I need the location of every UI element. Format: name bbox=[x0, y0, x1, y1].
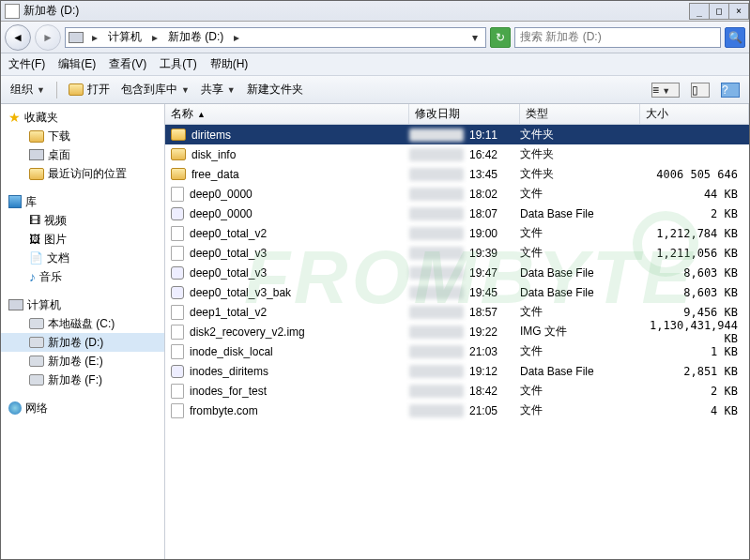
forward-button[interactable]: ► bbox=[35, 24, 61, 51]
database-icon bbox=[171, 365, 184, 378]
folder-icon bbox=[171, 129, 186, 141]
close-button[interactable]: × bbox=[728, 3, 749, 20]
file-name: disk_info bbox=[191, 148, 236, 161]
col-name[interactable]: 名称▲ bbox=[165, 104, 409, 124]
file-type: Data Base File bbox=[520, 266, 640, 280]
folder-icon bbox=[171, 168, 186, 180]
preview-pane-button[interactable]: ▯ bbox=[691, 83, 710, 98]
file-icon bbox=[171, 344, 184, 359]
maximize-button[interactable]: □ bbox=[709, 3, 729, 20]
menu-help[interactable]: 帮助(H) bbox=[210, 56, 249, 72]
col-date[interactable]: 修改日期 bbox=[409, 104, 520, 124]
file-size: 8,603 KB bbox=[640, 266, 749, 280]
tree-computer[interactable]: 计算机 bbox=[1, 295, 164, 314]
folder-icon bbox=[29, 168, 44, 180]
menu-file[interactable]: 文件(F) bbox=[8, 56, 45, 72]
date-blurred bbox=[409, 168, 464, 181]
tree-music[interactable]: ♪音乐 bbox=[1, 267, 164, 286]
file-row[interactable]: free_data13:45文件夹4006 505 646 bbox=[165, 164, 749, 184]
file-icon bbox=[171, 226, 184, 241]
file-name: inodes_for_test bbox=[190, 385, 267, 398]
tree-favorites[interactable]: ★收藏夹 bbox=[1, 108, 164, 127]
file-type: 文件 bbox=[520, 245, 640, 261]
file-size: 4 KB bbox=[640, 404, 749, 417]
tree-recent[interactable]: 最近访问的位置 bbox=[1, 164, 164, 183]
nav-tree[interactable]: ★收藏夹 下载 桌面 最近访问的位置 库 🎞视频 🖼图片 📄文档 ♪音乐 计算机… bbox=[1, 104, 165, 559]
tree-vol-d[interactable]: 新加卷 (D:) bbox=[1, 333, 164, 352]
file-size: 8,603 KB bbox=[640, 286, 749, 299]
titlebar: 新加卷 (D:) _ □ × bbox=[1, 1, 749, 22]
menu-view[interactable]: 查看(V) bbox=[109, 56, 146, 72]
tree-documents[interactable]: 📄文档 bbox=[1, 249, 164, 267]
open-button[interactable]: 打开 bbox=[69, 82, 110, 98]
organize-button[interactable]: 组织▼ bbox=[10, 82, 45, 98]
drive-icon bbox=[29, 374, 44, 386]
file-size: 1,130,431,944 KB bbox=[640, 319, 749, 345]
help-button[interactable]: ? bbox=[721, 83, 740, 98]
addr-segment[interactable]: 新加卷 (D:) bbox=[166, 29, 225, 45]
tree-libraries[interactable]: 库 bbox=[1, 192, 164, 211]
tree-downloads[interactable]: 下载 bbox=[1, 127, 164, 145]
share-button[interactable]: 共享▼ bbox=[201, 82, 236, 98]
music-icon: ♪ bbox=[29, 269, 36, 284]
minimize-button[interactable]: _ bbox=[689, 3, 710, 20]
col-type[interactable]: 类型 bbox=[520, 104, 640, 124]
file-type: 文件 bbox=[520, 402, 640, 418]
file-row[interactable]: disk_info16:42文件夹 bbox=[165, 144, 749, 164]
file-icon bbox=[171, 246, 184, 261]
newfolder-button[interactable]: 新建文件夹 bbox=[247, 82, 303, 98]
library-icon bbox=[8, 195, 22, 208]
tree-pictures[interactable]: 🖼图片 bbox=[1, 230, 164, 249]
search-button[interactable]: 🔍 bbox=[725, 27, 745, 48]
tree-local-c[interactable]: 本地磁盘 (C:) bbox=[1, 314, 164, 333]
folder-icon bbox=[171, 148, 186, 160]
tree-videos[interactable]: 🎞视频 bbox=[1, 211, 164, 230]
addr-root[interactable]: 计算机 bbox=[106, 29, 144, 45]
date-blurred bbox=[409, 385, 464, 398]
addr-sep1[interactable]: ▸ bbox=[147, 28, 162, 47]
file-row[interactable]: inodes_diritems19:12Data Base File2,851 … bbox=[165, 361, 749, 381]
addr-sep2[interactable]: ▸ bbox=[229, 28, 244, 47]
file-size: 1,212,784 KB bbox=[640, 227, 749, 240]
file-row[interactable]: frombyte.com21:05文件4 KB bbox=[165, 401, 749, 420]
back-button[interactable]: ◄ bbox=[5, 24, 31, 51]
file-row[interactable]: disk2_recovery_v2.img19:22IMG 文件1,130,43… bbox=[165, 322, 749, 341]
file-size: 4006 505 646 bbox=[640, 168, 749, 181]
file-type: 文件 bbox=[520, 343, 640, 359]
file-type: IMG 文件 bbox=[520, 324, 640, 340]
file-icon bbox=[171, 305, 184, 320]
file-row[interactable]: deep0_total_v319:47Data Base File8,603 K… bbox=[165, 263, 749, 282]
file-size: 2,851 KB bbox=[640, 365, 749, 378]
include-button[interactable]: 包含到库中▼ bbox=[121, 82, 190, 98]
col-size[interactable]: 大小 bbox=[640, 104, 749, 124]
tree-network[interactable]: 网络 bbox=[1, 399, 164, 417]
file-time: 19:00 bbox=[469, 227, 497, 240]
file-type: Data Base File bbox=[520, 365, 640, 378]
menu-edit[interactable]: 编辑(E) bbox=[58, 56, 96, 72]
file-size: 2 KB bbox=[640, 207, 749, 220]
file-row[interactable]: deep0_total_v3_bak19:45Data Base File8,6… bbox=[165, 282, 749, 302]
addr-root-drop[interactable]: ▸ bbox=[87, 28, 102, 47]
refresh-button[interactable]: ↻ bbox=[490, 27, 511, 48]
file-name: deep0_total_v3 bbox=[190, 247, 267, 260]
window-title: 新加卷 (D:) bbox=[23, 3, 690, 19]
tree-vol-f[interactable]: 新加卷 (F:) bbox=[1, 371, 164, 389]
network-icon bbox=[8, 401, 22, 415]
file-row[interactable]: diritems19:11文件夹 bbox=[165, 125, 749, 144]
file-row[interactable]: deep0_000018:02文件44 KB bbox=[165, 184, 749, 204]
search-input[interactable]: 搜索 新加卷 (D:) bbox=[514, 27, 721, 48]
file-row[interactable]: deep0_total_v319:39文件1,211,056 KB bbox=[165, 243, 749, 263]
menu-tools[interactable]: 工具(T) bbox=[160, 56, 196, 72]
file-row[interactable]: inode_disk_local21:03文件1 KB bbox=[165, 341, 749, 361]
file-row[interactable]: deep0_000018:07Data Base File2 KB bbox=[165, 204, 749, 223]
address-bar[interactable]: ▸ 计算机 ▸ 新加卷 (D:) ▸ ▾ bbox=[65, 27, 486, 48]
file-type: Data Base File bbox=[520, 207, 640, 220]
tree-desktop[interactable]: 桌面 bbox=[1, 145, 164, 164]
view-options-button[interactable]: ≡ ▼ bbox=[651, 83, 680, 98]
file-type: 文件 bbox=[520, 304, 640, 320]
drive-icon bbox=[29, 318, 44, 329]
tree-vol-e[interactable]: 新加卷 (E:) bbox=[1, 352, 164, 371]
file-row[interactable]: deep0_total_v219:00文件1,212,784 KB bbox=[165, 223, 749, 243]
file-row[interactable]: inodes_for_test18:42文件2 KB bbox=[165, 381, 749, 401]
addr-dropdown[interactable]: ▾ bbox=[467, 28, 482, 47]
